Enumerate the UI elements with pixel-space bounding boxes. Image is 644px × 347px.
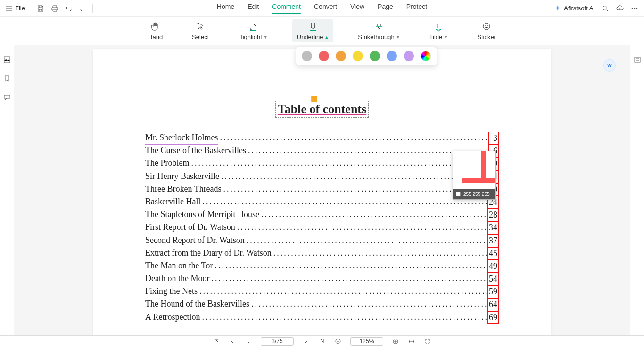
color-orange[interactable] [336, 51, 346, 61]
color-yellow[interactable] [353, 51, 363, 61]
search-icon[interactable] [602, 5, 609, 12]
cloud-icon[interactable] [616, 4, 624, 13]
tool-sticker-label: Sticker [477, 33, 496, 40]
toc-entry[interactable]: A Retrospection 69 [145, 311, 499, 324]
toc-entry-page: 3 [488, 132, 499, 145]
color-red[interactable] [319, 51, 329, 61]
page-indicator[interactable]: 3/75 [261, 337, 294, 346]
toc-entry[interactable]: The Hound of the Baskervilles 64 [145, 298, 499, 311]
quick-actions [37, 5, 87, 12]
export-word-badge[interactable]: W [603, 59, 616, 72]
left-sidebar [0, 45, 14, 335]
svg-text:T: T [436, 22, 440, 30]
main-tabs: Home Edit Comment Convert View Page Prot… [217, 3, 427, 14]
file-menu[interactable]: File [6, 5, 25, 12]
save-icon[interactable] [37, 5, 44, 12]
toc-entry-title: Death on the Moor [145, 273, 209, 285]
tab-view[interactable]: View [350, 3, 364, 14]
tool-strikethrough-label: Strikethrough [358, 33, 394, 40]
bookmark-icon[interactable] [3, 74, 11, 83]
tab-comment[interactable]: Comment [272, 3, 301, 14]
ai-assistant-label: Afirstsoft AI [564, 5, 595, 12]
tab-page[interactable]: Page [378, 3, 393, 14]
toc-entry-title: First Report of Dr. Watson [145, 221, 235, 234]
toc-entry-page: 59 [487, 285, 499, 298]
toc-entry[interactable]: The Man on the Tor 49 [145, 260, 499, 273]
toc-entry[interactable]: First Report of Dr. Watson 34 [145, 221, 499, 234]
thumbnails-icon[interactable] [3, 56, 11, 64]
tool-select[interactable]: Select [187, 19, 214, 42]
toc-leader-dots [235, 221, 487, 234]
toc-entry[interactable]: The Stapletons of Merripit House 28 [145, 209, 499, 221]
bottom-bar: 3/75 125% [0, 335, 644, 347]
toc-entry-page: 49 [487, 260, 499, 273]
toc-leader-dots [249, 298, 487, 311]
print-icon[interactable] [51, 5, 58, 12]
chevron-down-icon: ▼ [264, 35, 268, 40]
zoom-out-icon[interactable] [334, 338, 342, 345]
toc-entry[interactable]: Fixing the Nets 59 [145, 285, 499, 298]
tool-hand[interactable]: Hand [143, 19, 167, 42]
tilde-icon: T [433, 21, 444, 32]
color-custom[interactable] [421, 51, 431, 61]
toc-entry[interactable]: The Curse of the Baskervilles 6 [145, 145, 499, 157]
toc-entry[interactable]: Extract from the Diary of Dr. Watson 45 [145, 247, 499, 260]
toc-entry[interactable]: Mr. Sherlock Holmes 3 [145, 132, 499, 145]
toc-entry[interactable]: Death on the Moor 54 [145, 273, 499, 285]
tool-sticker[interactable]: Sticker [472, 19, 501, 42]
tab-home[interactable]: Home [217, 3, 234, 14]
document-viewport[interactable]: W Table of contents Mr. Sherlock Holmes … [14, 45, 630, 335]
tool-strikethrough[interactable]: Strikethrough▼ [353, 19, 405, 42]
next-page-icon[interactable] [302, 338, 310, 345]
color-purple[interactable] [404, 51, 414, 61]
magnifier-view [453, 151, 495, 189]
toc-entry-page: 45 [487, 247, 499, 260]
tab-convert[interactable]: Convert [314, 3, 337, 14]
toc-entry[interactable]: Second Report of Dr. Watson 37 [145, 234, 499, 247]
toc-leader-dots [189, 157, 487, 170]
toc-entry-title: Sir Henry Baskerville [145, 170, 219, 183]
scroll-top-icon[interactable] [213, 338, 220, 345]
toc-entry-title: Baskerville Hall [145, 196, 200, 209]
highlight-icon [248, 21, 258, 32]
zoom-in-icon[interactable] [392, 338, 399, 345]
more-icon[interactable] [631, 5, 638, 12]
color-blue[interactable] [387, 51, 397, 61]
hand-icon [150, 21, 161, 32]
toc-leader-dots [213, 260, 487, 273]
toc-entry[interactable]: The Problem 10 [145, 157, 499, 170]
fit-width-icon[interactable] [408, 338, 415, 345]
comments-icon[interactable] [3, 93, 11, 102]
tab-edit[interactable]: Edit [248, 3, 259, 14]
toc-entry-page: 28 [487, 209, 499, 221]
properties-icon[interactable] [633, 56, 642, 64]
toc-entry-title: Three Broken Threads [145, 183, 222, 196]
tool-highlight[interactable]: Highlight▼ [233, 19, 272, 42]
toc-entry-page: 37 [487, 234, 499, 247]
toc-entry-title: Fixing the Nets [145, 285, 198, 298]
prev-page-icon[interactable] [245, 338, 252, 345]
color-picker-magnifier[interactable]: 255 255 255 [453, 151, 496, 200]
svg-point-6 [485, 25, 486, 26]
tool-underline[interactable]: Underline▲ [292, 19, 334, 42]
color-green[interactable] [370, 51, 380, 61]
tab-protect[interactable]: Protect [406, 3, 427, 14]
toc-entry[interactable]: Sir Henry Baskerville 14 [145, 170, 499, 183]
toc-title[interactable]: Table of contents [275, 101, 369, 118]
undo-icon[interactable] [65, 5, 73, 12]
toc-leader-dots [259, 209, 487, 221]
toc-entry[interactable]: Baskerville Hall 24 [145, 196, 499, 209]
last-page-icon[interactable] [318, 338, 326, 345]
chevron-down-icon: ▼ [396, 35, 400, 40]
fit-page-icon[interactable] [424, 338, 431, 345]
toc-entry-title: Extract from the Diary of Dr. Watson [145, 247, 272, 260]
color-grey[interactable] [302, 51, 312, 61]
tool-tilde[interactable]: T Tilde▼ [425, 19, 453, 42]
redo-icon[interactable] [79, 5, 87, 12]
toc-entry-title: Second Report of Dr. Watson [145, 234, 245, 247]
toc-entry[interactable]: Three Broken Threads 20 [145, 183, 499, 196]
sparkle-icon [554, 5, 561, 12]
first-page-icon[interactable] [229, 338, 236, 345]
zoom-indicator[interactable]: 125% [350, 337, 383, 346]
ai-assistant-button[interactable]: Afirstsoft AI [554, 5, 595, 12]
